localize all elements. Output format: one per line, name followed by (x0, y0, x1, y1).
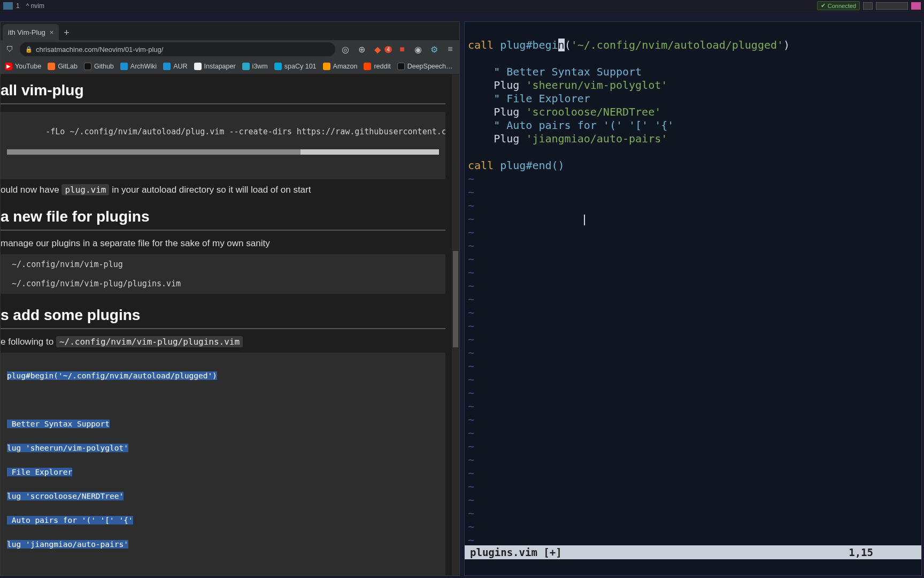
selected-code: File Explorer (7, 468, 72, 476)
selected-code: lug 'sheerun/vim-polyglot' (7, 444, 128, 452)
bookmark-icon (364, 63, 371, 70)
bookmark-label: reddit (374, 63, 390, 70)
vpn-status: ✔ Connected (817, 1, 860, 10)
tilde-line: ~ (468, 480, 474, 493)
tilde-line: ~ (468, 386, 474, 399)
code-mkdir[interactable]: ~/.config/nvim/vim-plug ~/.config/nvim/v… (1, 254, 445, 294)
code-comment: " File Explorer (468, 92, 590, 105)
horizontal-scrollbar[interactable] (7, 149, 439, 155)
selected-code: Auto pairs for '(' '[' '{' (7, 516, 133, 524)
bookmark-item[interactable]: spaCy 101 (274, 63, 317, 70)
heading-install: all vim-plug (1, 74, 445, 104)
code-plugins[interactable]: plug#begin('~/.config/nvim/autoload/plug… (1, 353, 445, 575)
url-input[interactable]: 🔒 chrisatmachine.com/Neovim/01-vim-plug/ (20, 42, 335, 56)
code-keyword: call (468, 39, 494, 51)
ext-icon[interactable]: ◉ (412, 43, 424, 55)
menu-icon[interactable]: ≡ (444, 43, 456, 55)
tray-item[interactable] (863, 2, 873, 10)
bookmark-item[interactable]: ArchWiki (120, 63, 157, 70)
code-text: Plug (468, 105, 526, 118)
tilde-line: ~ (468, 212, 474, 225)
tilde-line: ~ (468, 253, 474, 265)
code-fn: plug#begi (494, 39, 558, 51)
code-curl[interactable]: -fLo ~/.config/nvim/autoload/plug.vim --… (1, 112, 445, 179)
bookmark-label: Instapaper (204, 63, 236, 70)
bookmark-item[interactable]: Instapaper (194, 63, 236, 70)
paragraph: manage our plugins in a separate file fo… (1, 238, 445, 249)
command-line[interactable] (465, 559, 921, 575)
scrollbar-thumb[interactable] (453, 251, 458, 347)
code-string: 'jiangmiao/auto-pairs' (526, 132, 667, 145)
tilde-line: ~ (468, 467, 474, 480)
lock-icon: 🔒 (25, 46, 33, 53)
tilde-line: ~ (468, 320, 474, 332)
bookmark-icon (120, 63, 128, 70)
tilde-line: ~ (468, 333, 474, 346)
tray-item[interactable] (876, 2, 908, 10)
code-string: 'sheerun/vim-polyglot' (526, 79, 667, 92)
shield-icon[interactable]: ⛉ (4, 43, 16, 55)
bookmark-item[interactable]: i3wm (242, 63, 268, 70)
scrollbar-thumb[interactable] (7, 149, 301, 155)
url-text: chrisatmachine.com/Neovim/01-vim-plug/ (36, 45, 163, 54)
selected-code: lug 'scrooloose/NERDTree' (7, 492, 124, 500)
browser-window: ith Vim-Plug × + ⛉ 🔒 chrisatmachine.com/… (0, 21, 460, 576)
paragraph: e following to ~/.config/nvim/vim-plug/p… (1, 337, 445, 347)
bookmark-item[interactable]: GitLab (48, 63, 78, 70)
brave-icon[interactable]: ◆ (372, 43, 383, 55)
bookmark-icon (48, 63, 55, 70)
code-string: 'scrooloose/NERDTree' (526, 105, 661, 118)
vertical-scrollbar[interactable] (452, 74, 459, 575)
tilde-line: ~ (468, 373, 474, 386)
bookmark-icon (323, 63, 330, 70)
bookmark-label: spaCy 101 (284, 63, 317, 70)
code-line: -fLo ~/.config/nvim/autoload/plug.vim --… (45, 127, 445, 136)
tilde-line: ~ (468, 453, 474, 466)
bookmark-item[interactable]: AUR (163, 63, 187, 70)
bookmark-item[interactable]: ▶YouTube (5, 63, 41, 70)
reader-icon[interactable]: ◎ (340, 43, 351, 55)
new-tab-button[interactable]: + (59, 25, 74, 40)
bookmark-icon (397, 63, 405, 70)
status-position: 1,15 (849, 546, 873, 559)
tray-item[interactable] (911, 2, 921, 10)
bookmark-icon (242, 63, 250, 70)
tilde-line: ~ (468, 413, 474, 426)
code-text: ( (565, 39, 571, 51)
code-keyword: call (468, 159, 494, 172)
code-text: Plug (468, 132, 526, 145)
status-filename: plugins.vim [+] (470, 546, 562, 559)
tilde-line: ~ (468, 306, 474, 319)
inline-code: ~/.config/nvim/vim-plug/plugins.vim (56, 336, 243, 347)
tilde-line: ~ (468, 360, 474, 372)
bookmark-icon (274, 63, 282, 70)
editor-buffer[interactable]: call plug#begin('~/.config/nvim/autoload… (468, 25, 918, 558)
zoom-icon[interactable]: ⊕ (356, 43, 367, 55)
bookmark-label: DeepSpeech… (407, 63, 453, 70)
bookmark-item[interactable]: DeepSpeech… (397, 63, 453, 70)
code-string: '~/.config/nvim/autoload/plugged' (571, 39, 783, 51)
code-text: Plug (468, 79, 526, 92)
bookmark-label: GitLab (58, 63, 78, 70)
tilde-line: ~ (468, 427, 474, 439)
browser-tab[interactable]: ith Vim-Plug × (3, 24, 59, 40)
terminal-window[interactable]: call plug#begin('~/.config/nvim/autoload… (464, 21, 922, 576)
tab-title: ith Vim-Plug (8, 28, 45, 36)
tilde-line: ~ (468, 520, 474, 533)
bookmark-item[interactable]: Github (84, 63, 114, 70)
settings-icon[interactable]: ⚙ (428, 43, 440, 55)
text-cursor-icon (584, 215, 585, 225)
tilde-line: ~ (468, 172, 474, 185)
bookmark-label: AUR (173, 63, 187, 70)
tilde-line: ~ (468, 507, 474, 520)
bookmark-item[interactable]: Amazon (323, 63, 358, 70)
address-bar: ⛉ 🔒 chrisatmachine.com/Neovim/01-vim-plu… (1, 40, 459, 58)
text: ould now have (1, 185, 61, 195)
tilde-line: ~ (468, 440, 474, 453)
code-text: ~/.config/nvim/vim-plug ~/.config/nvim/v… (7, 260, 181, 288)
workspace-indicator[interactable] (3, 2, 13, 10)
ext-icon[interactable]: ■ (396, 43, 408, 55)
tilde-line: ~ (468, 534, 474, 546)
close-icon[interactable]: × (50, 28, 54, 36)
bookmark-item[interactable]: reddit (364, 63, 390, 70)
